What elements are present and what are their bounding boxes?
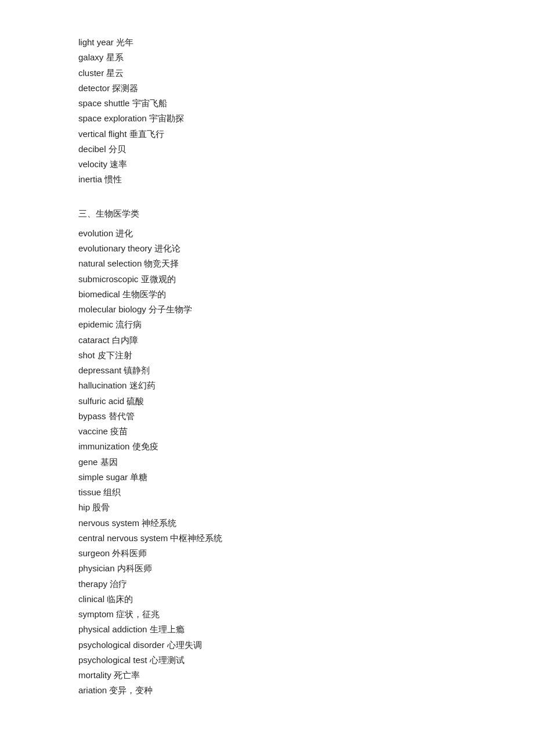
vocab-item: central nervous system 中枢神经系统 bbox=[78, 531, 456, 546]
vocab-item: physical addiction 生理上瘾 bbox=[78, 622, 456, 637]
vocab-item: physician 内科医师 bbox=[78, 561, 456, 576]
vocab-item: galaxy 星系 bbox=[78, 50, 456, 65]
vocab-item: vertical flight 垂直飞行 bbox=[78, 127, 456, 142]
vocab-item: vaccine 疫苗 bbox=[78, 424, 456, 439]
vocab-item: epidemic 流行病 bbox=[78, 317, 456, 332]
vocab-item: biomedical 生物医学的 bbox=[78, 287, 456, 302]
vocab-item: cataract 白内障 bbox=[78, 333, 456, 348]
vocab-item: clinical 临床的 bbox=[78, 592, 456, 607]
vocab-item: bypass 替代管 bbox=[78, 409, 456, 424]
vocab-item: therapy 治疗 bbox=[78, 577, 456, 592]
vocab-item: inertia 惯性 bbox=[78, 172, 456, 187]
vocab-item: space shuttle 宇宙飞船 bbox=[78, 96, 456, 111]
vocab-item: decibel 分贝 bbox=[78, 142, 456, 157]
section1: light year 光年galaxy 星系cluster 星云detector… bbox=[78, 35, 456, 188]
section2-header: 三、生物医学类 bbox=[78, 206, 456, 221]
vocab-item: natural selection 物竞天择 bbox=[78, 256, 456, 271]
vocab-item: submicroscopic 亚微观的 bbox=[78, 272, 456, 287]
vocab-item: cluster 星云 bbox=[78, 66, 456, 81]
vocab-item: evolutionary theory 进化论 bbox=[78, 241, 456, 256]
vocab-item: ariation 变异，变种 bbox=[78, 683, 456, 698]
vocab-item: tissue 组织 bbox=[78, 485, 456, 500]
vocab-item: sulfuric acid 硫酸 bbox=[78, 394, 456, 409]
vocab-item: molecular biology 分子生物学 bbox=[78, 302, 456, 317]
vocab-item: evolution 进化 bbox=[78, 226, 456, 241]
vocab-item: symptom 症状，征兆 bbox=[78, 607, 456, 622]
vocab-item: nervous system 神经系统 bbox=[78, 516, 456, 531]
vocab-item: gene 基因 bbox=[78, 455, 456, 470]
vocab-item: psychological test 心理测试 bbox=[78, 653, 456, 668]
vocab-item: velocity 速率 bbox=[78, 157, 456, 172]
vocab-item: hip 股骨 bbox=[78, 500, 456, 515]
vocab-item: psychological disorder 心理失调 bbox=[78, 638, 456, 653]
vocab-item: immunization 使免疫 bbox=[78, 439, 456, 454]
vocab-item: surgeon 外科医师 bbox=[78, 546, 456, 561]
vocab-item: simple sugar 单糖 bbox=[78, 470, 456, 485]
vocab-item: light year 光年 bbox=[78, 35, 456, 50]
vocab-item: detector 探测器 bbox=[78, 81, 456, 96]
vocab-item: shot 皮下注射 bbox=[78, 348, 456, 363]
vocab-item: mortality 死亡率 bbox=[78, 668, 456, 683]
section2: evolution 进化evolutionary theory 进化论natur… bbox=[78, 226, 456, 699]
vocab-item: hallucination 迷幻药 bbox=[78, 378, 456, 393]
vocab-item: depressant 镇静剂 bbox=[78, 363, 456, 378]
vocab-item: space exploration 宇宙勘探 bbox=[78, 111, 456, 126]
